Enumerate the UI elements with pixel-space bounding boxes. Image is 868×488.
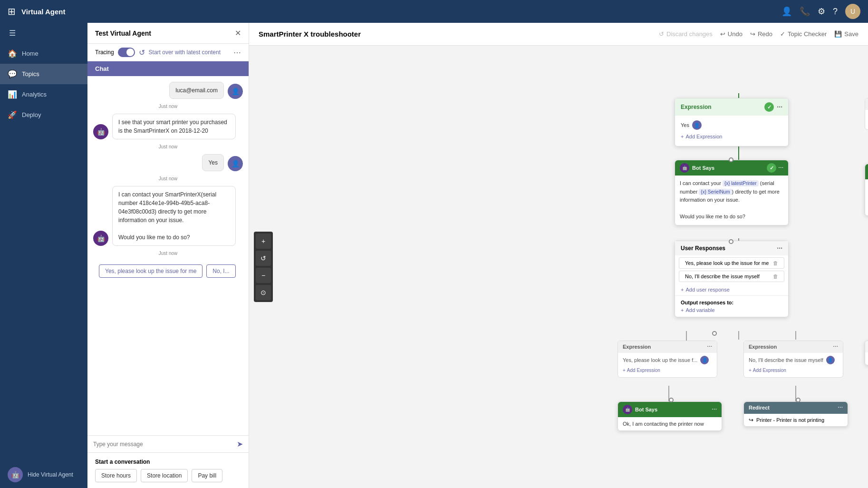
start-conversation-title: Start a conversation xyxy=(95,459,241,465)
home-icon: 🏠 xyxy=(8,49,17,58)
node-more-icon[interactable]: ⋯ xyxy=(707,344,712,350)
sidebar-item-home[interactable]: 🏠 Home xyxy=(0,43,87,64)
main-layout: ☰ 🏠 Home 💬 Topics 📊 Analytics 🚀 Deploy 🤖… xyxy=(0,23,868,488)
node-more-icon[interactable]: ⋯ xyxy=(778,165,783,171)
escalate-node: Escalate ↗ Escalate xyxy=(865,341,868,365)
message-time: Just now xyxy=(93,251,243,256)
add-expression-button[interactable]: +Add Expression xyxy=(623,366,712,374)
help-icon[interactable]: ? xyxy=(833,7,838,17)
response-btn-yes[interactable]: Yes, please look up the issue for me xyxy=(99,264,203,278)
output-responses-section: Output responses to: +Add variable xyxy=(675,295,788,317)
zoom-out-button[interactable]: − xyxy=(256,268,271,283)
node-more-icon[interactable]: ⋯ xyxy=(777,245,782,252)
add-expression-button[interactable]: +Add Expression xyxy=(681,132,782,141)
redo-button[interactable]: ↪ Redo xyxy=(750,30,772,38)
store-hours-button[interactable]: Store hours xyxy=(95,469,137,482)
add-user-response-button[interactable]: +Add user response xyxy=(675,284,788,295)
add-expression-button[interactable]: +Add Expression xyxy=(749,366,838,374)
pay-bill-button[interactable]: Pay bill xyxy=(192,469,222,482)
save-icon: 💾 xyxy=(834,30,842,38)
se-body: Yes, please look up the issue f... 👤 +Ad… xyxy=(618,353,717,377)
top-navigation: ⊞ Virtual Agent 👤 📞 ⚙ ? U xyxy=(0,0,868,23)
undo-icon: ↩ xyxy=(720,30,725,38)
close-icon[interactable]: ✕ xyxy=(235,29,241,38)
refresh-icon[interactable]: ↺ xyxy=(139,48,145,57)
hide-virtual-agent-button[interactable]: 🤖 Hide Virtual Agent xyxy=(0,461,87,488)
add-variable-button[interactable]: +Add variable xyxy=(681,307,782,313)
avatar[interactable]: U xyxy=(845,4,860,19)
save-button[interactable]: 💾 Save xyxy=(834,30,858,38)
canvas-controls: + ↺ − ⊙ xyxy=(254,232,273,302)
message-row: luca@email.com 👤 xyxy=(93,82,243,99)
zoom-in-button[interactable]: + xyxy=(256,234,271,249)
node-more-icon[interactable]: ⋯ xyxy=(838,405,843,411)
bot-says-body: Sorry, our records show else, let me con… xyxy=(865,179,868,215)
user-icon: 👤 xyxy=(700,356,709,364)
chat-panel-header: Test Virtual Agent ✕ xyxy=(87,23,249,44)
bot-avatar: 🤖 xyxy=(93,124,108,139)
bot-says-header: 🤖 Bot Says ⋯ xyxy=(618,402,722,417)
user-response-icon: 👤 xyxy=(692,120,702,130)
node-more-icon[interactable]: ⋯ xyxy=(777,104,782,110)
grid-icon[interactable]: ⊞ xyxy=(8,6,16,17)
user-response-items: Yes, please look up the issue for me 🗑 N… xyxy=(675,257,788,282)
sidebar-item-label: Deploy xyxy=(22,111,41,118)
node-check-icon: ✓ xyxy=(767,163,776,173)
discard-icon: ↺ xyxy=(659,30,664,38)
connector-dot xyxy=(729,157,733,162)
phone-icon[interactable]: 📞 xyxy=(800,6,810,17)
message-time: Just now xyxy=(93,176,243,181)
chat-body: luca@email.com 👤 Just now 🤖 I see that y… xyxy=(87,76,249,435)
escalate-header: Escalate xyxy=(865,341,868,352)
bot-says-right-node: 🤖 Bot Says Sorry, our records show else,… xyxy=(865,164,868,216)
settings-icon[interactable]: ⚙ xyxy=(818,6,825,17)
sidebar-item-label: Topics xyxy=(22,70,39,78)
sidebar-item-deploy[interactable]: 🚀 Deploy xyxy=(0,105,87,125)
flow-canvas: SmartPrinter X troubleshooter ↺ Discard … xyxy=(249,23,868,488)
connector-dot xyxy=(712,331,717,336)
sidebar-item-label: Analytics xyxy=(22,91,47,98)
chat-panel-title: Test Virtual Agent xyxy=(95,29,151,37)
start-over-button[interactable]: Start over with latest content xyxy=(149,49,221,56)
node-check-icon: ✓ xyxy=(764,102,774,112)
chat-tab[interactable]: Chat xyxy=(87,61,249,76)
reset-zoom-button[interactable]: ↺ xyxy=(256,251,271,266)
bot-says-main-node: 🤖 Bot Says ✓ ⋯ I can contact your {x} la… xyxy=(675,160,789,225)
delete-response-icon[interactable]: 🗑 xyxy=(773,273,778,279)
expression-right-node: Expression No, I have another pr... +Add… xyxy=(865,98,868,130)
message-time: Just now xyxy=(93,144,243,149)
content-area: Test Virtual Agent ✕ Tracing ↺ Start ove… xyxy=(87,23,868,488)
var-tag: {x} latestPrinter xyxy=(723,180,759,186)
redo-icon: ↪ xyxy=(750,30,755,38)
store-location-button[interactable]: Store location xyxy=(141,469,188,482)
bot-icon: 🤖 xyxy=(8,467,23,482)
sidebar-item-topics[interactable]: 💬 Topics xyxy=(0,64,87,84)
send-icon[interactable]: ➤ xyxy=(237,439,243,449)
tracing-toggle[interactable] xyxy=(118,48,135,57)
se-header: Expression ⋯ xyxy=(744,341,843,353)
start-conversation-buttons: Store hours Store location Pay bill xyxy=(95,469,241,482)
redirect-header: Redirect ⋯ xyxy=(744,402,848,414)
node-more-icon[interactable]: ⋯ xyxy=(833,344,838,350)
node-more-icon[interactable]: ⋯ xyxy=(712,407,717,413)
undo-button[interactable]: ↩ Undo xyxy=(720,30,743,38)
user-response-item: No, I'll describe the issue myself 🗑 xyxy=(679,271,784,282)
delete-response-icon[interactable]: 🗑 xyxy=(773,260,778,266)
topic-checker-button[interactable]: ✓ Topic Checker xyxy=(780,30,827,38)
menu-icon: ☰ xyxy=(8,29,17,38)
message-bubble: Yes xyxy=(202,154,224,171)
user-avatar: 👤 xyxy=(228,84,243,99)
checker-icon: ✓ xyxy=(780,30,785,38)
person-icon[interactable]: 👤 xyxy=(781,6,792,17)
response-btn-no[interactable]: No, I... xyxy=(206,264,235,278)
sidebar-item-menu[interactable]: ☰ xyxy=(0,23,87,43)
more-options-icon[interactable]: ⋯ xyxy=(233,48,241,57)
sidebar-item-analytics[interactable]: 📊 Analytics xyxy=(0,84,87,105)
message-row: 🤖 I can contact your SmartPrinterX(seria… xyxy=(93,186,243,246)
chat-input[interactable] xyxy=(93,441,233,448)
flow-header: SmartPrinter X troubleshooter ↺ Discard … xyxy=(249,23,868,46)
user-responses-node: User Responses ⋯ Yes, please look up the… xyxy=(675,241,789,317)
fit-view-button[interactable]: ⊙ xyxy=(256,285,271,300)
message-bubble: I see that your smart printer you purcha… xyxy=(112,114,236,139)
discard-changes-button[interactable]: ↺ Discard changes xyxy=(659,30,713,38)
